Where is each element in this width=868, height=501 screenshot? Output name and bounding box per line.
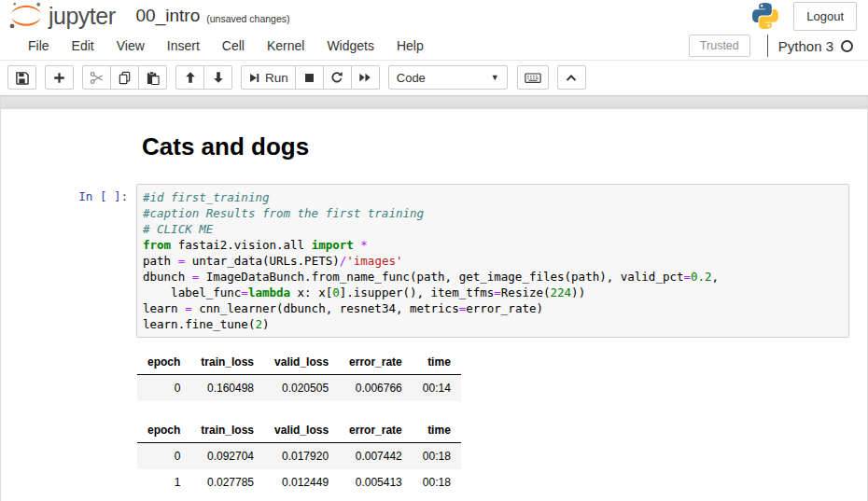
input-prompt: In [ ]:: [1, 184, 136, 338]
restart-icon: [330, 71, 343, 84]
menu-items: FileEditViewInsertCellKernelWidgetsHelp: [17, 32, 435, 60]
header-bar: jupyter 00_intro (unsaved changes) Logou…: [0, 0, 868, 32]
table-header-time: time: [413, 351, 461, 375]
checkpoint-status: (unsaved changes): [206, 7, 289, 24]
table-row: 10.0277850.0124490.00541300:18: [137, 469, 461, 495]
menu-item-widgets[interactable]: Widgets: [315, 32, 385, 60]
table-row: 00.0927040.0179200.00744200:18: [137, 442, 461, 469]
move-down-icon: [212, 71, 225, 84]
code-line: label_func=lambda x: x[0].isupper(), ite…: [143, 285, 843, 300]
site-background: Cats and dogs In [ ]: #id first_training…: [0, 95, 868, 501]
move-cell-up-button[interactable]: [175, 65, 204, 90]
notebook-container: Cats and dogs In [ ]: #id first_training…: [0, 108, 868, 501]
logout-button[interactable]: Logout: [793, 2, 857, 31]
celltype-select[interactable]: Code ▼: [388, 65, 508, 90]
table-row: 00.1604980.0205050.00676600:14: [137, 374, 461, 401]
table-cell: 0.007442: [339, 442, 413, 469]
caret-down-icon: ▼: [491, 73, 499, 82]
jupyter-planet-icon: [7, 0, 45, 32]
table-header-valid_loss: valid_loss: [264, 351, 339, 375]
toggle-header-button[interactable]: [557, 65, 586, 90]
logo-wordmark: jupyter: [49, 3, 116, 30]
table-cell: 00:18: [413, 442, 461, 469]
table-cell: 00:14: [413, 374, 461, 401]
training-results-table: epochtrain_lossvalid_losserror_ratetime0…: [137, 419, 461, 495]
code-line: learn.fine_tune(2): [143, 316, 843, 332]
menu-item-insert[interactable]: Insert: [156, 32, 211, 60]
jupyter-logo[interactable]: jupyter: [7, 0, 116, 32]
notebook-heading: Cats and dogs: [142, 133, 848, 160]
restart-run-all-button[interactable]: [351, 65, 380, 90]
save-button[interactable]: [7, 65, 36, 90]
code-line: #id first_training: [143, 189, 843, 205]
fast-forward-icon: [358, 71, 371, 84]
cut-icon: [90, 71, 104, 85]
table-header-train_loss: train_loss: [190, 419, 264, 443]
copy-cell-button[interactable]: [110, 65, 139, 90]
trusted-button[interactable]: Trusted: [689, 35, 750, 57]
table-cell: 0.027785: [190, 469, 264, 495]
cut-cell-button[interactable]: [82, 65, 111, 90]
table-cell: 00:18: [413, 469, 461, 495]
menu-item-kernel[interactable]: Kernel: [256, 32, 315, 60]
code-line: learn = cnn_learner(dbunch, resnet34, me…: [143, 300, 843, 316]
kernel-name: Python 3: [778, 38, 833, 54]
table-header-error_rate: error_rate: [339, 351, 413, 375]
table-cell: 0: [137, 374, 190, 401]
menu-item-help[interactable]: Help: [385, 32, 435, 60]
command-palette-button[interactable]: [517, 65, 549, 90]
code-line: path = untar_data(URLs.PETS)/'images': [143, 253, 843, 269]
menubar-right: Trusted Python 3: [689, 35, 857, 57]
menubar: FileEditViewInsertCellKernelWidgetsHelp …: [0, 32, 868, 61]
move-up-icon: [184, 71, 197, 84]
table-header-valid_loss: valid_loss: [264, 419, 339, 443]
table-cell: 0.017920: [264, 442, 339, 469]
menu-item-file[interactable]: File: [17, 32, 61, 60]
insert-cell-below-button[interactable]: [45, 65, 74, 90]
table-cell: 1: [137, 469, 190, 495]
interrupt-kernel-button[interactable]: [295, 65, 324, 90]
notebook-title[interactable]: 00_intro: [136, 6, 201, 26]
markdown-cell[interactable]: Cats and dogs: [1, 122, 867, 160]
table-header-train_loss: train_loss: [190, 351, 264, 375]
copy-icon: [118, 71, 132, 85]
menu-item-view[interactable]: View: [105, 32, 156, 60]
code-cell: In [ ]: #id first_training#caption Resul…: [1, 184, 867, 338]
code-input-area[interactable]: #id first_training#caption Results from …: [136, 184, 849, 338]
paste-icon: [146, 71, 160, 85]
table-cell: 0.006766: [339, 374, 413, 401]
menu-item-edit[interactable]: Edit: [61, 32, 105, 60]
plus-icon: [53, 72, 65, 84]
celltype-value: Code: [397, 71, 426, 85]
table-cell: 0.092704: [190, 442, 264, 469]
kernel-idle-icon: [841, 40, 853, 52]
code-editor: #id first_training#caption Results from …: [143, 189, 843, 332]
table-cell: 0.005413: [339, 469, 413, 495]
code-line: # CLICK ME: [143, 221, 843, 237]
keyboard-icon: [525, 71, 541, 85]
chevron-up-icon: [565, 72, 578, 84]
stop-icon: [303, 72, 315, 84]
table-header-epoch: epoch: [137, 351, 190, 375]
table-header-error_rate: error_rate: [339, 419, 413, 443]
table-header-time: time: [413, 419, 461, 443]
move-cell-down-button[interactable]: [203, 65, 232, 90]
menu-item-cell[interactable]: Cell: [211, 32, 256, 60]
kernel-separator: [767, 35, 768, 57]
run-cell-button[interactable]: Run: [241, 65, 296, 90]
training-results-table: epochtrain_lossvalid_losserror_ratetime0…: [137, 351, 461, 401]
restart-kernel-button[interactable]: [323, 65, 352, 90]
toolbar: Run Code ▼: [0, 61, 868, 95]
output-area: epochtrain_lossvalid_losserror_ratetime0…: [137, 351, 848, 495]
table-cell: 0.160498: [190, 374, 264, 401]
table-header-epoch: epoch: [137, 419, 190, 443]
table-cell: 0.012449: [264, 469, 339, 495]
table-cell: 0: [137, 442, 190, 469]
paste-cell-button[interactable]: [138, 65, 167, 90]
code-line: dbunch = ImageDataBunch.from_name_func(p…: [143, 269, 843, 285]
code-line: #caption Results from the first training: [143, 205, 843, 221]
table-cell: 0.020505: [264, 374, 339, 401]
python-logo-icon: [750, 1, 780, 31]
save-icon: [15, 71, 29, 85]
run-icon: [248, 72, 260, 84]
